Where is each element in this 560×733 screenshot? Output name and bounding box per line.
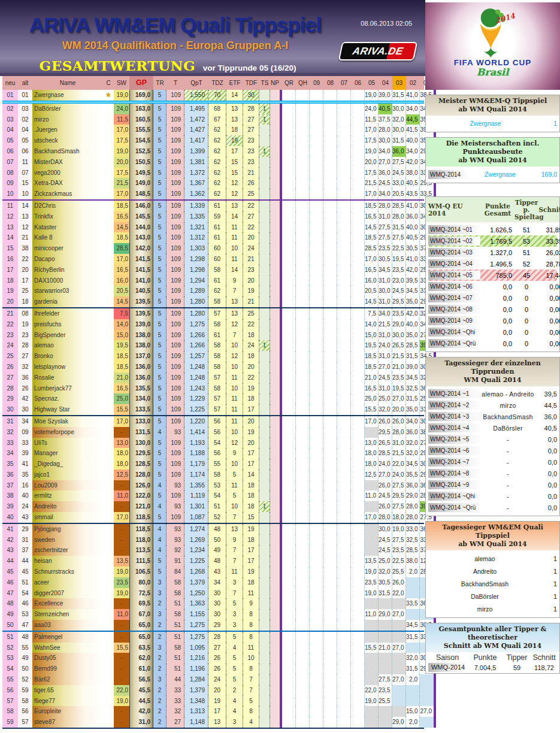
tips-count: 109 [167, 319, 184, 330]
player-name: Trinkfix [32, 211, 103, 222]
np-cell [270, 362, 280, 372]
rank-new: 02 [2, 104, 18, 114]
total-points: 148,5 [129, 189, 153, 199]
np-cell [270, 308, 280, 319]
future-round-cell [296, 201, 310, 211]
rounds-played: 5 [153, 254, 167, 265]
future-round-cell [337, 232, 351, 243]
round-score: - [114, 598, 129, 609]
tdz-value: 49 [208, 545, 226, 556]
qpt-value: 1,362 [184, 189, 208, 199]
tdf-value: 17 [243, 459, 259, 470]
future-round-cell [351, 340, 365, 351]
future-round-cell [296, 243, 310, 254]
etf-value: 13 [226, 104, 243, 114]
total-points: 129,5 [129, 448, 153, 459]
future-round-cell [351, 114, 365, 125]
player-name: Dacapo [32, 254, 103, 265]
future-round-cell [351, 480, 365, 491]
column-header-t: T [167, 76, 184, 90]
qpt-value: 1,179 [184, 459, 208, 470]
round-points: 23,5 [379, 243, 392, 254]
future-round-cell [310, 351, 323, 362]
round-points: 27,5 [392, 535, 406, 546]
future-round-cell [337, 438, 351, 449]
ts-value [259, 696, 270, 707]
round-average: 0,00 [538, 329, 560, 336]
etf-value: 13 [226, 114, 243, 125]
round-points: 28,5 [406, 340, 420, 351]
round-points [392, 598, 406, 609]
tdz-value: 61 [208, 330, 226, 341]
player-name: DaBörsler [32, 104, 103, 114]
rounds-played: 2 [153, 598, 167, 609]
round-points: 14,5 [365, 222, 379, 233]
etf-value: 11 [226, 567, 243, 577]
rounds-played: 5 [153, 189, 167, 199]
future-round-cell [337, 296, 351, 307]
total-points: 61,0 [129, 664, 153, 674]
round-points-total: 1.327,0 [481, 249, 514, 256]
future-round-cell [323, 696, 337, 707]
tdf-value: 11 [243, 588, 259, 599]
round-score: 17,5 [114, 168, 129, 178]
tips-count: 109 [167, 104, 184, 114]
future-round-cell [351, 696, 365, 707]
rank-new: 53 [2, 653, 18, 664]
round-score: - [114, 674, 129, 685]
rounds-played: 5 [153, 319, 167, 330]
round-points: 31,0 [379, 383, 392, 394]
future-round-cell [337, 254, 351, 265]
future-round-cell [337, 146, 351, 157]
rank-new: 28 [2, 383, 18, 394]
table-row: 4754digger200719,072,53581,2503071119,03… [2, 588, 424, 599]
round-points: 29,0 [392, 717, 406, 728]
round-points: 19,0 [365, 146, 379, 157]
ts-value [259, 620, 270, 631]
round-winner-row: WMQ-2014 ~Qhi-0,0 [428, 490, 557, 502]
round-points-total: 0,0 [481, 317, 514, 325]
future-round-cell [337, 685, 351, 696]
player-name: Ihrefelder [32, 308, 103, 319]
round-winner-row: WMQ-2014 ~1alemao - Andreito39,5 [428, 388, 557, 399]
gesamtpunkte-columns: SaisonPunkteTipperSchnitt [426, 652, 559, 662]
rounds-stats-header: WM-Q EU 2014 PunkteGesamt Tipper p.Spiel… [426, 197, 559, 222]
rounds-played: 2 [153, 685, 167, 696]
round-points: 35,5 [406, 470, 420, 480]
np-cell [270, 674, 280, 685]
qpt-value: 1,294 [184, 275, 208, 286]
etf-value: 9 [226, 535, 243, 546]
round-points: 35,0 [406, 296, 420, 307]
rank-new: 10 [2, 189, 18, 199]
future-round-cell [282, 319, 296, 330]
future-round-cell [323, 393, 337, 404]
round-points: 31,5 [379, 588, 392, 599]
future-round-cell [323, 189, 337, 199]
total-points: 111,5 [129, 556, 153, 567]
future-round-cell [351, 243, 365, 254]
future-round-cell [282, 201, 296, 211]
round-points [365, 653, 379, 664]
future-round-cell [282, 211, 296, 222]
tdz-value: 57 [208, 372, 226, 383]
rounds-played: 3 [153, 577, 167, 588]
round-score: 19,0 [114, 90, 129, 101]
etf-value: 9 [226, 275, 243, 286]
future-round-cell [351, 201, 365, 211]
np-cell [270, 653, 280, 664]
future-round-cell [282, 404, 296, 415]
rounds-played: 3 [153, 609, 167, 620]
future-round-cell [351, 490, 365, 501]
table-row: 4129Pjöngjang-118,54931,27448131930,019,… [2, 524, 424, 535]
qpt-value: 1,257 [184, 351, 208, 362]
future-round-cell [323, 383, 337, 394]
round-points: 19,5 [392, 254, 406, 265]
qpt-value: 1,335 [184, 211, 208, 222]
ts-value [259, 319, 270, 330]
future-round-cell [351, 577, 365, 588]
future-round-cell [351, 706, 365, 717]
round-points: 20,5 [392, 189, 406, 199]
total-points: 154,5 [129, 135, 153, 146]
future-round-cell [296, 567, 310, 577]
qpt-value: 1,321 [184, 222, 208, 233]
